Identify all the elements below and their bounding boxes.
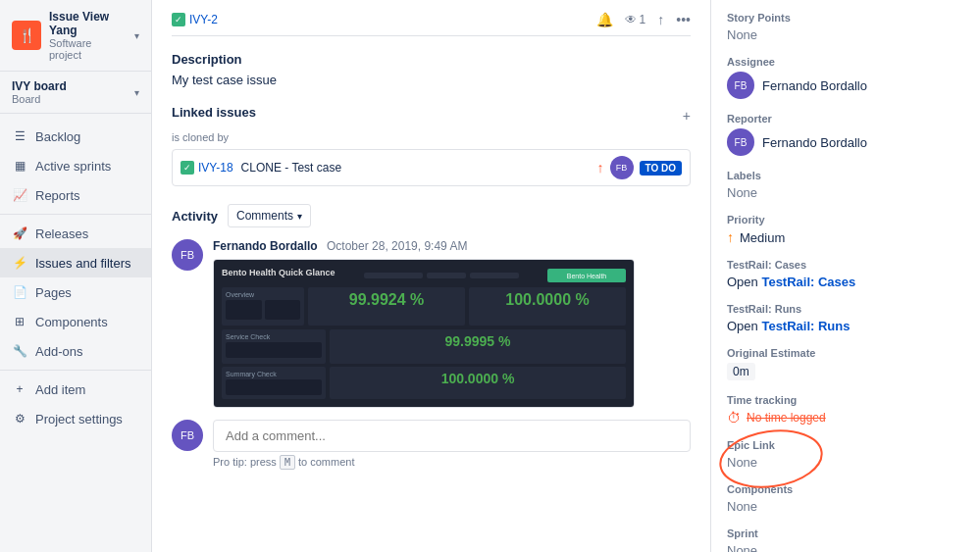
- sidebar-item-label: Project settings: [35, 412, 123, 427]
- sidebar-item-label: Add-ons: [35, 344, 82, 359]
- testrail-runs-value: Open TestRail: Runs: [727, 319, 964, 333]
- comment-time: October 28, 2019, 9:49 AM: [327, 239, 467, 253]
- linked-item-badge: ✓ IVY-18: [181, 161, 233, 175]
- assignee-avatar: FB: [727, 72, 754, 99]
- sidebar-item-components[interactable]: ⊞ Components: [0, 307, 151, 336]
- sidebar-item-label: Backlog: [35, 129, 80, 144]
- priority-row: ↑ Medium: [727, 229, 964, 245]
- labels-label: Labels: [727, 170, 964, 181]
- assignee-field: Assignee FB Fernando Bordallo: [727, 56, 964, 99]
- sidebar-item-pages[interactable]: 📄 Pages: [0, 277, 151, 307]
- assignee-label: Assignee: [727, 56, 964, 68]
- labels-value: None: [727, 185, 964, 200]
- priority-icon: ↑: [597, 160, 604, 176]
- testrail-cases-label: TestRail: Cases: [727, 259, 964, 271]
- reporter-field: Reporter FB Fernando Bordallo: [727, 113, 964, 156]
- linked-item-actions: ↑ FB TO DO: [597, 156, 682, 179]
- watch-button[interactable]: 👁 1: [625, 13, 646, 26]
- testrail-cases-link[interactable]: TestRail: Cases: [761, 275, 855, 289]
- dash-metric-4: 100.0000 %: [334, 371, 622, 386]
- description-section: Description My test case issue: [172, 52, 691, 87]
- project-chevron-icon: ▾: [134, 30, 139, 41]
- add-item-icon: +: [12, 381, 27, 397]
- sprint-value: None: [727, 543, 964, 552]
- notification-button[interactable]: 🔔: [596, 12, 613, 27]
- addons-icon: 🔧: [12, 343, 27, 359]
- issue-header: ✓ IVY-2 🔔 👁 1 ↑ •••: [172, 0, 691, 36]
- add-linked-issue-button[interactable]: +: [683, 108, 691, 124]
- issue-id-badge: ✓ IVY-2: [172, 13, 218, 26]
- components-icon: ⊞: [12, 314, 27, 329]
- project-name: Issue View Yang: [49, 10, 127, 37]
- commenter-avatar: FB: [172, 239, 203, 271]
- project-switcher[interactable]: 🍴 Issue View Yang Software project ▾: [12, 10, 139, 61]
- comment-shortcut-key: M: [280, 455, 295, 470]
- sidebar-item-add-item[interactable]: + Add item: [0, 375, 151, 404]
- testrail-runs-field: TestRail: Runs Open TestRail: Runs: [727, 303, 964, 333]
- comments-tab[interactable]: Comments ▾: [228, 204, 311, 227]
- tab-chevron-icon: ▾: [297, 211, 302, 222]
- original-estimate-field: Original Estimate 0m: [727, 347, 964, 380]
- testrail-cases-open: Open: [727, 275, 758, 289]
- dash-metric-1: 99.9924 %: [312, 291, 461, 309]
- clock-icon: ⏱: [727, 410, 741, 426]
- assignee-row: FB Fernando Bordallo: [727, 72, 964, 99]
- story-points-label: Story Points: [727, 12, 964, 24]
- activity-title: Activity: [172, 209, 218, 224]
- sidebar-item-releases[interactable]: 🚀 Releases: [0, 219, 151, 248]
- board-switcher[interactable]: IVY board Board ▾: [0, 72, 151, 114]
- linked-clone-label: is cloned by: [172, 131, 691, 143]
- main-area: ✓ IVY-2 🔔 👁 1 ↑ •••: [152, 0, 980, 552]
- more-button[interactable]: •••: [676, 12, 691, 27]
- testrail-runs-open: Open: [727, 319, 758, 333]
- sidebar-item-project-settings[interactable]: ⚙ Project settings: [0, 404, 151, 433]
- sidebar-item-label: Active sprints: [35, 159, 111, 174]
- active-sprints-icon: ▦: [12, 158, 27, 174]
- sidebar-item-reports[interactable]: 📈 Reports: [0, 180, 151, 210]
- original-estimate-label: Original Estimate: [727, 347, 964, 359]
- pro-tip: Pro tip: press M to comment: [172, 456, 691, 468]
- pro-tip-text: Pro tip: press: [213, 456, 277, 468]
- watch-count: 1: [640, 13, 646, 26]
- description-content: My test case issue: [172, 73, 691, 87]
- releases-icon: 🚀: [12, 226, 27, 241]
- testrail-runs-link[interactable]: TestRail: Runs: [761, 319, 850, 333]
- linked-item-status: TO DO: [640, 161, 682, 176]
- right-panel: Story Points None Assignee FB Fernando B…: [710, 0, 980, 552]
- sprint-field: Sprint None: [727, 527, 964, 552]
- sidebar-item-addons[interactable]: 🔧 Add-ons: [0, 336, 151, 366]
- priority-arrow-icon: ↑: [727, 229, 734, 245]
- sidebar-item-active-sprints[interactable]: ▦ Active sprints: [0, 151, 151, 180]
- linked-issues-section: Linked issues + is cloned by ✓ IVY-18 CL…: [172, 105, 691, 186]
- board-name: IVY board: [12, 79, 67, 93]
- time-tracking-label: Time tracking: [727, 394, 964, 406]
- priority-field: Priority ↑ Medium: [727, 214, 964, 245]
- comment-input[interactable]: [213, 420, 691, 452]
- pro-tip-suffix: to comment: [298, 456, 354, 468]
- content-area: ✓ IVY-2 🔔 👁 1 ↑ •••: [152, 0, 710, 552]
- estimate-badge: 0m: [727, 363, 755, 380]
- sidebar-item-label: Releases: [35, 226, 88, 241]
- sidebar-item-backlog[interactable]: ☰ Backlog: [0, 122, 151, 151]
- epic-link-label: Epic Link: [727, 439, 964, 451]
- testrail-cases-value: Open TestRail: Cases: [727, 275, 964, 289]
- time-tracking-value: No time logged: [747, 411, 826, 425]
- sidebar-item-label: Pages: [35, 285, 72, 300]
- share-button[interactable]: ↑: [657, 12, 664, 27]
- linked-item-id: IVY-18: [198, 161, 233, 175]
- sidebar-divider: [0, 214, 151, 215]
- priority-value: Medium: [740, 230, 785, 245]
- linked-item-text: CLONE - Test case: [241, 161, 590, 175]
- sidebar-navigation: ☰ Backlog ▦ Active sprints 📈 Reports 🚀 R…: [0, 114, 151, 441]
- issue-id-row: ✓ IVY-2: [172, 13, 218, 26]
- sidebar-item-label: Add item: [35, 382, 85, 397]
- labels-field: Labels None: [727, 170, 964, 200]
- sidebar-item-issues-filters[interactable]: ⚡ Issues and filters: [0, 248, 151, 277]
- project-info: Issue View Yang Software project: [49, 10, 127, 61]
- comment-row: FB Fernando Bordallo October 28, 2019, 9…: [172, 239, 691, 408]
- dashboard-screenshot: Bento Health Quick Glance Bento Health: [214, 260, 634, 407]
- linked-item-avatar: FB: [610, 156, 634, 179]
- reporter-avatar: FB: [727, 128, 754, 156]
- issue-id: IVY-2: [189, 13, 218, 26]
- sidebar-item-label: Reports: [35, 188, 80, 203]
